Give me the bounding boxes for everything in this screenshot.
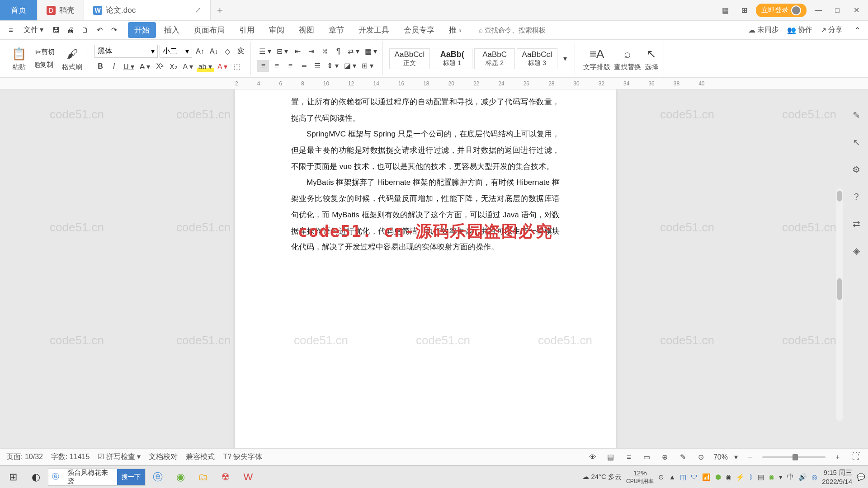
apps-icon[interactable]: ⊞ — [737, 3, 751, 18]
tab-popup-icon[interactable]: ⤢ — [177, 5, 201, 15]
tray-icon[interactable]: ▲ — [669, 473, 675, 481]
redo-icon[interactable]: ↷ — [108, 24, 120, 37]
command-search[interactable]: ⌕ — [479, 26, 557, 34]
tray-icon[interactable]: ⬢ — [715, 473, 721, 481]
tab-member[interactable]: 会员专享 — [397, 22, 441, 38]
shading-icon[interactable]: ◪ ▾ — [342, 60, 358, 72]
increase-indent-icon[interactable]: ⇥ — [305, 46, 317, 57]
char-border-icon[interactable]: ⬚ — [231, 61, 243, 72]
zoom-plus-icon[interactable]: + — [832, 451, 844, 463]
align-left-icon[interactable]: ≡ — [257, 60, 269, 72]
compat-mode[interactable]: 兼容模式 — [186, 452, 215, 462]
style-heading3[interactable]: AaBbCcI标题 3 — [517, 48, 557, 69]
tab-references[interactable]: 引用 — [233, 22, 261, 38]
tray-icon[interactable]: ⚡ — [736, 473, 745, 481]
superscript-button[interactable]: X² — [154, 61, 165, 72]
cut-button[interactable]: ✂ 剪切 — [33, 47, 57, 58]
line-spacing-icon[interactable]: ⇕ ▾ — [325, 60, 340, 72]
tab-start[interactable]: 开始 — [128, 22, 156, 38]
numbering-button[interactable]: ⊟ ▾ — [275, 46, 290, 57]
share-button[interactable]: ↗分享 — [821, 25, 843, 35]
draft-icon[interactable]: ✎ — [677, 451, 689, 463]
styles-more-icon[interactable]: ▾ — [559, 53, 571, 65]
tab-home[interactable]: 首页 — [0, 0, 38, 20]
bold-button[interactable]: B — [94, 61, 106, 72]
format-brush-icon[interactable]: 🖌 — [65, 46, 80, 62]
scroll-thumb[interactable] — [837, 278, 842, 300]
zoom-slider[interactable] — [762, 456, 826, 458]
zoom-out-icon[interactable]: ⊙ — [695, 451, 707, 463]
decrease-indent-icon[interactable]: ⇤ — [292, 46, 303, 57]
app-task-icon[interactable]: ☢ — [215, 468, 236, 486]
zoom-dropdown-icon[interactable]: ▾ — [734, 453, 738, 461]
sort-icon[interactable]: ⤭ — [319, 46, 330, 57]
browser-task-icon[interactable]: ◉ — [170, 468, 191, 486]
notifications-icon[interactable]: 💬 — [857, 473, 865, 481]
italic-button[interactable]: I — [108, 61, 120, 72]
tray-icon[interactable]: ⊙ — [658, 473, 664, 481]
tab-add-button[interactable]: + — [211, 5, 229, 16]
select-icon[interactable]: ↖ — [645, 46, 658, 62]
subscript-button[interactable]: X₂ — [167, 61, 179, 72]
align-center-icon[interactable]: ≡ — [271, 60, 283, 72]
collapse-ribbon-icon[interactable]: ⌃ — [851, 24, 863, 37]
file-menu[interactable]: 文件 ▾ — [19, 23, 48, 37]
copy-button[interactable]: ⎘ 复制 — [33, 59, 55, 71]
fontsize-selector[interactable]: 小二▾ — [160, 45, 192, 58]
volume-icon[interactable]: 🔊 — [798, 473, 807, 481]
tab-devtools[interactable]: 开发工具 — [352, 22, 396, 38]
font-color-button[interactable]: A ▾ — [216, 61, 229, 72]
paste-icon[interactable]: 📋 — [10, 46, 28, 62]
distribute-icon[interactable]: ☰ — [311, 60, 323, 72]
tray-icon[interactable]: ▾ — [779, 473, 783, 481]
search-input[interactable] — [485, 26, 557, 34]
cortana-icon[interactable]: ◐ — [25, 468, 46, 486]
word-count[interactable]: 字数: 11415 — [51, 452, 90, 462]
table-border-icon[interactable]: ⊞ ▾ — [360, 60, 375, 72]
zoom-thumb[interactable] — [793, 454, 798, 460]
tray-icon[interactable]: 🛡 — [691, 473, 698, 481]
page-indicator[interactable]: 页面: 10/32 — [6, 452, 43, 462]
hamburger-icon[interactable]: ≡ — [5, 24, 17, 37]
doc-check[interactable]: 文档校对 — [149, 452, 178, 462]
taskbar-search[interactable]: ⓔ 强台风梅花来袭 搜一下 — [48, 469, 146, 486]
align-justify-icon[interactable]: ≣ — [298, 60, 310, 72]
tray-icon[interactable]: ▤ — [758, 473, 764, 481]
minimize-button[interactable]: — — [811, 3, 826, 18]
login-button[interactable]: 立即登录 — [756, 4, 807, 17]
font-selector[interactable]: 黑体▾ — [94, 45, 158, 58]
tray-icon[interactable]: ᛒ — [749, 473, 753, 481]
ime-icon[interactable]: 中 — [787, 473, 794, 481]
find-replace-icon[interactable]: ⌕ — [622, 46, 633, 62]
eye-icon[interactable]: 👁 — [587, 451, 599, 463]
pagemode-icon[interactable]: ≡ — [623, 451, 635, 463]
increase-font-icon[interactable]: A↑ — [194, 46, 206, 57]
start-button[interactable]: ⊞ — [3, 468, 24, 486]
grid-view-icon[interactable]: ▦ — [718, 3, 732, 18]
tab-review[interactable]: 审阅 — [263, 22, 291, 38]
text-effect-icon[interactable]: A ▾ — [181, 61, 194, 72]
tray-icon[interactable]: ◉ — [769, 473, 774, 481]
diamond-icon[interactable]: ◈ — [849, 243, 864, 258]
print-icon[interactable]: 🖨 — [64, 24, 77, 37]
style-heading2[interactable]: AaBbC标题 2 — [474, 48, 515, 69]
pinyin-icon[interactable]: 変 — [235, 46, 247, 57]
document-viewport[interactable]: 置，让所有的依赖都可以通过程序的自动配置和寻找，减少了代码写作数量，提高了代码阅… — [0, 89, 868, 448]
align-right-icon[interactable]: ≡ — [284, 60, 296, 72]
close-button[interactable]: ✕ — [849, 3, 863, 18]
tab-pagelayout[interactable]: 页面布局 — [188, 22, 231, 38]
highlight-button[interactable]: ab ▾ — [197, 61, 214, 72]
style-normal[interactable]: AaBbCcI正文 — [389, 48, 430, 69]
zoom-minus-icon[interactable]: − — [744, 451, 756, 463]
clock[interactable]: 9:15 周三 2022/9/14 — [822, 468, 852, 486]
save-icon[interactable]: 🖫 — [50, 24, 62, 37]
paragraph[interactable]: 置，让所有的依赖都可以通过程序的自动配置和寻找，减少了代码写作数量，提高了代码阅… — [291, 94, 560, 126]
maximize-button[interactable]: □ — [830, 3, 844, 18]
decrease-font-icon[interactable]: A↓ — [208, 46, 220, 57]
tab-insert[interactable]: 插入 — [158, 22, 186, 38]
show-marks-icon[interactable]: ¶ — [332, 46, 344, 57]
search-go-button[interactable]: 搜一下 — [117, 469, 145, 485]
spellcheck-toggle[interactable]: ☑ 拼写检查 ▾ — [98, 452, 141, 462]
tray-icon[interactable]: ◎ — [811, 473, 817, 481]
document-page[interactable]: 置，让所有的依赖都可以通过程序的自动配置和寻找，减少了代码写作数量，提高了代码阅… — [235, 89, 616, 448]
